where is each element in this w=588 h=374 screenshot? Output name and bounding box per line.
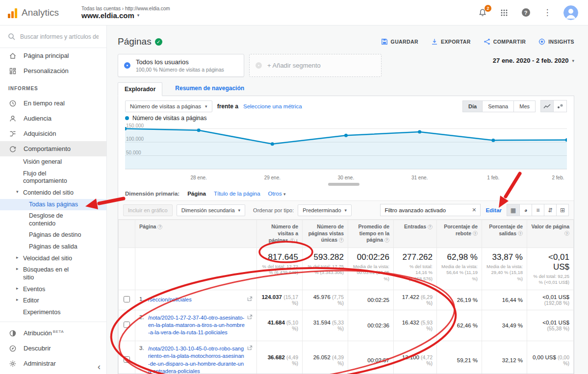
date-range-label: 27 ene. 2020 - 2 feb. 2020 — [493, 57, 569, 64]
notifications-button[interactable]: 2 — [477, 7, 488, 18]
sidebar-item-label: Todas las páginas — [29, 201, 78, 208]
sidebar-item-behavior[interactable]: Comportamiento — [0, 141, 106, 156]
sort-desc-icon[interactable]: ↓ — [296, 237, 299, 243]
save-label: GUARDAR — [391, 39, 418, 45]
chart-legend: Número de visitas a páginas — [118, 114, 574, 123]
column-header-unique-pageviews[interactable]: Número de páginas vistas únicas? — [303, 220, 348, 248]
comparison-view-icon[interactable]: ⇵ — [544, 204, 556, 216]
select-metric-link[interactable]: Seleccione una métrica — [243, 103, 302, 109]
sort-type-dropdown[interactable]: Predeterminado ▾ — [298, 204, 352, 216]
account-selector[interactable]: Todas las cuentas › http://www.eldia.com… — [81, 6, 170, 20]
pivot-view-icon[interactable]: ⊞ — [556, 204, 568, 216]
export-button[interactable]: EXPORTAR — [431, 38, 471, 45]
chevron-down-icon: ▾ — [238, 208, 241, 213]
column-header-entrances[interactable]: Entradas? — [394, 220, 437, 248]
property-selector[interactable]: www.eldia.com ▾ — [81, 11, 170, 20]
column-header-avg-time[interactable]: Promedio de tiempo en la página? — [348, 220, 394, 248]
sidebar-item-label: Editor — [23, 297, 39, 304]
dimension-page-selected[interactable]: Página — [187, 191, 206, 197]
dimension-page-title-link[interactable]: Título de la página — [214, 191, 260, 197]
visits-line-chart[interactable]: 50.000100.000150.00028 ene.29 ene.30 ene… — [125, 124, 567, 182]
chart-scroll-handle[interactable] — [328, 183, 359, 186]
dimension-others-link[interactable]: Otros ▾ — [268, 191, 286, 197]
sidebar-item-attribution[interactable]: AtribuciónBETA — [0, 325, 106, 341]
row-checkbox[interactable] — [124, 356, 130, 363]
column-header-exit-rate[interactable]: Porcentaje de salidas? — [482, 220, 527, 248]
segment-all-users[interactable]: Todos los usuarios 100,00 % Número de vi… — [118, 54, 244, 77]
sidebar-item-experiments[interactable]: Experimentos — [0, 307, 106, 319]
table-row: 3./nota/2020-1-30-10-45-0-otro-robo-sang… — [119, 341, 574, 374]
sort-type-value: Predeterminado — [303, 207, 341, 213]
sidebar-item-events[interactable]: ▸ Eventos — [0, 284, 106, 296]
sidebar-item-label: Velocidad del sitio — [23, 255, 72, 262]
page-link[interactable]: /nota/2020-1-27-2-37-40-otro-asesinato-e… — [148, 314, 245, 337]
granularity-week-button[interactable]: Semana — [483, 100, 514, 112]
insights-button[interactable]: INSIGHTS — [538, 38, 574, 45]
summary-bounce: 62,98 %Media de la vista: 56,64 % (11,19… — [437, 248, 482, 290]
sidebar-item-exit-pages[interactable]: Páginas de salida — [0, 241, 106, 253]
remove-filter-button[interactable]: ✕ — [472, 207, 476, 213]
sidebar-item-realtime[interactable]: En tiempo real — [0, 96, 106, 111]
row-checkbox[interactable] — [124, 296, 130, 302]
share-button[interactable]: COMPARTIR — [484, 38, 526, 45]
sidebar-item-publisher[interactable]: ▸ Editor — [0, 295, 106, 307]
sidebar-item-overview[interactable]: Visión general — [0, 156, 106, 168]
sidebar-item-acquisition[interactable]: Adquisición — [0, 126, 106, 141]
sidebar-item-admin[interactable]: Administrar — [0, 356, 106, 371]
row-checkbox[interactable] — [124, 322, 130, 328]
column-header-page[interactable]: Página? — [135, 220, 257, 248]
page-link[interactable]: /seccion/policiales — [148, 296, 245, 303]
avatar[interactable] — [563, 5, 578, 20]
sidebar-item-behavior-flow[interactable]: Flujo del comportamiento — [0, 168, 106, 187]
date-range-selector[interactable]: 27 ene. 2020 - 2 feb. 2020 ▾ — [493, 57, 574, 64]
page-link[interactable]: /nota/2020-1-30-10-45-0-otro-robo-sangri… — [148, 345, 245, 374]
secondary-dimension-dropdown[interactable]: Dimensión secundaria ▾ — [177, 204, 245, 216]
column-header-visits[interactable]: Número de visitas a páginas?↓ — [257, 220, 303, 248]
property-name: www.eldia.com — [81, 11, 134, 20]
sidebar-item-content-drilldown[interactable]: Desglose de contenido — [0, 210, 106, 229]
plot-rows-button[interactable]: Incluir en gráfico — [123, 204, 173, 216]
sidebar-item-landing-pages[interactable]: Páginas de destino — [0, 229, 106, 241]
sidebar-item-all-pages[interactable]: Todas las páginas — [0, 199, 106, 211]
sidebar-item-site-content[interactable]: ▾ Contenido del sitio — [0, 187, 106, 199]
verified-check-icon: ✓ — [155, 38, 162, 46]
analytics-logo-icon[interactable] — [8, 7, 17, 18]
line-chart-toggle-button[interactable] — [540, 100, 554, 112]
granularity-day-button[interactable]: Día — [462, 100, 483, 112]
granularity-month-button[interactable]: Mes — [514, 100, 536, 112]
data-table-view-icon[interactable]: ▦ — [507, 204, 519, 216]
sidebar-search[interactable] — [0, 25, 106, 48]
sidebar-item-site-search[interactable]: ▸ Búsquedas en el sitio — [0, 264, 106, 283]
tab-resumen-navegacion[interactable]: Resumen de navegación — [175, 85, 244, 96]
column-header-page-value[interactable]: Valor de página? — [527, 220, 574, 248]
search-icon — [8, 33, 15, 40]
metric-dropdown[interactable]: Número de visitas a páginas ▾ — [125, 100, 212, 112]
column-header-bounce-rate[interactable]: Porcentaje de rebote? — [437, 220, 482, 248]
sidebar-item-discover[interactable]: Descubrir — [0, 341, 106, 356]
motion-chart-toggle-button[interactable] — [554, 100, 567, 112]
sidebar-item-label: Comportamiento — [24, 145, 71, 152]
search-input[interactable] — [20, 33, 99, 40]
open-page-icon[interactable] — [247, 314, 253, 320]
metric-dropdown-label: Número de visitas a páginas — [130, 103, 201, 109]
sidebar-item-audience[interactable]: Audiencia — [0, 111, 106, 126]
account-breadcrumb[interactable]: Todas las cuentas › http://www.eldia.com — [81, 6, 170, 11]
sidebar-item-site-speed[interactable]: ▸ Velocidad del sitio — [0, 253, 106, 265]
apps-grid-button[interactable] — [499, 7, 510, 18]
save-button[interactable]: GUARDAR — [381, 38, 418, 45]
sidebar-item-customization[interactable]: Personalización — [0, 63, 106, 78]
percentage-view-icon[interactable]: ◕ — [519, 204, 532, 216]
edit-filter-link[interactable]: Editar — [486, 207, 502, 213]
tab-explorador[interactable]: Explorador — [118, 82, 162, 96]
open-page-icon[interactable] — [247, 345, 253, 350]
sidebar-item-home[interactable]: Página principal — [0, 48, 106, 63]
open-page-icon[interactable] — [247, 296, 253, 301]
help-icon: ? — [157, 224, 162, 229]
more-options-button[interactable]: ⋮ — [542, 7, 553, 18]
add-segment-button[interactable]: + Añadir segmento — [249, 54, 382, 77]
help-button[interactable]: ? — [520, 7, 531, 18]
dashboard-icon — [8, 67, 17, 75]
collapse-sidebar-button[interactable]: ‹ — [98, 362, 101, 372]
performance-view-icon[interactable]: ≡ — [532, 204, 544, 216]
chevron-down-icon: ▾ — [205, 104, 207, 109]
